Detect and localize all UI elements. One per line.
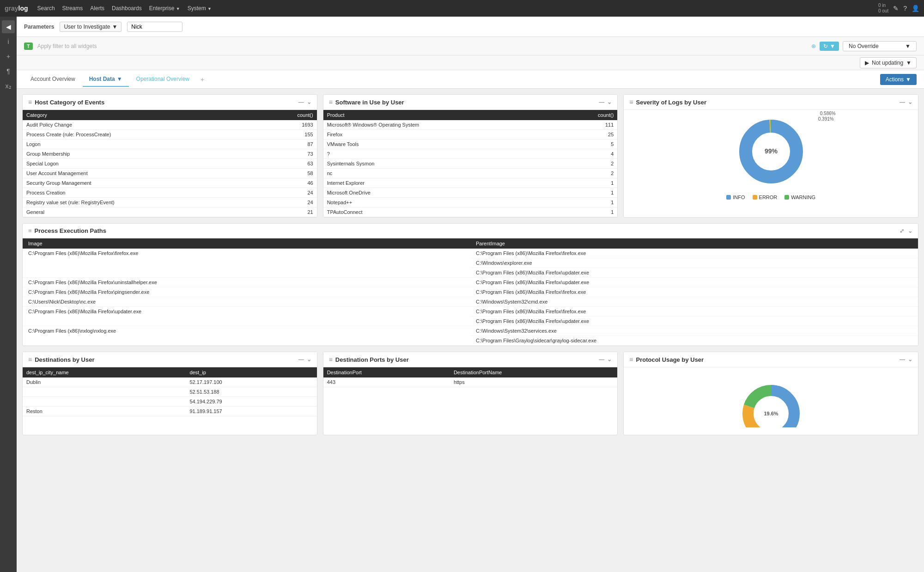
svg-text:99%: 99% [765,147,778,155]
count-cell: 25 [562,130,617,140]
nav-search[interactable]: Search [37,5,55,12]
table-row: C:\Program Files (x86)\nxlog\nxlog.exeC:… [23,326,918,336]
ip-cell: 52.51.53.188 [186,387,316,397]
tab-operational-overview[interactable]: Operational Overview [130,72,196,87]
user-icon[interactable]: 👤 [912,5,919,12]
nav-system[interactable]: System ▼ [188,5,212,12]
legend-info: INFO [726,195,745,200]
sidebar-add[interactable]: + [2,50,15,63]
count-cell: 1 [562,188,617,198]
protocol-pie-container: 19.6% [624,367,918,435]
actions-button[interactable]: Actions ▼ [880,74,917,85]
count-cell: 2 [562,159,617,169]
count-cell: 58 [259,169,317,178]
minimize-icon[interactable]: — [298,99,304,105]
tab-add-btn[interactable]: + [197,74,208,85]
ip-cell: 91.189.91.157 [186,407,316,416]
not-updating-row: ▶ Not updating ▼ [17,55,924,70]
process-table: Image ParentImage C:\Program Files (x86)… [23,238,918,346]
product-cell: Notepad++ [323,198,562,207]
process-section-header: ≡ Process Execution Paths ⤢ ⌄ [23,224,918,238]
table-row: General21 [23,207,317,217]
expand-icon[interactable]: ⌄ [908,356,912,363]
widget-software-header: ≡ Software in Use by User — ⌄ [323,95,618,110]
parent-cell: C:\Program Files (x86)\Mozilla Firefox\f… [470,307,918,316]
edit-icon[interactable]: ✎ [893,5,899,12]
help-icon[interactable]: ? [903,5,907,12]
table-row: User Account Management58 [23,169,317,178]
widget-software-actions[interactable]: — ⌄ [599,99,612,105]
software-table: Product count() Microsoft® Windows® Oper… [323,110,618,217]
protocol-donut-svg: 19.6% [739,372,803,427]
expand-icon[interactable]: ⌄ [607,356,612,363]
override-dropdown[interactable]: No Override ▼ [843,41,917,51]
category-cell: Registry value set (rule: RegistryEvent) [23,198,259,207]
nav-dashboards[interactable]: Dashboards [112,5,142,12]
expand-arrows-icon[interactable]: ⤢ [900,228,904,234]
parent-cell: C:\Program Files\Graylog\sidecar\graylog… [470,336,918,346]
widget-protocol-actions[interactable]: — ⌄ [900,356,912,363]
product-cell: TPAutoConnect [323,207,562,217]
warning-label: 0.391% [818,116,834,122]
sidebar-collapse[interactable]: ◀ [2,20,15,33]
category-cell: Process Create (rule: ProcessCreate) [23,130,259,140]
minimize-icon[interactable]: — [298,356,304,363]
process-header-actions[interactable]: ⤢ ⌄ [900,228,912,234]
count-cell: 1 [562,198,617,207]
user-dropdown[interactable]: User to Investigate ▼ [60,22,122,32]
dest-table: dest_ip_city_name dest_ip Dublin52.17.19… [23,367,317,416]
col-count: count() [259,110,317,120]
col-port-name: DestinationPortName [450,367,617,377]
not-updating-btn[interactable]: ▶ Not updating ▼ [860,57,917,68]
navbar-links: Search Streams Alerts Dashboards Enterpr… [37,5,212,12]
count-cell: 63 [259,159,317,169]
sidebar-info[interactable]: i [2,35,15,48]
table-row: Notepad++1 [323,198,618,207]
sidebar-variable[interactable]: x₂ [2,79,15,92]
collapse-icon[interactable]: ⌄ [908,228,912,234]
widget-severity-actions[interactable]: — ⌄ [900,99,912,105]
widget-ports-actions[interactable]: — ⌄ [599,356,612,363]
nav-alerts[interactable]: Alerts [90,5,104,12]
nav-enterprise[interactable]: Enterprise ▼ [149,5,180,12]
dashboard-grid-bottom: ≡ Destinations by User — ⌄ dest_ip_city_… [17,352,924,441]
widget-dest-actions[interactable]: — ⌄ [298,356,311,363]
table-row: Dublin52.17.197.100 [23,377,317,387]
category-cell: User Account Management [23,169,259,178]
filter-search-icon[interactable]: ⊕ [811,43,816,49]
user-input[interactable] [127,22,182,32]
widget-dest-header: ≡ Destinations by User — ⌄ [23,352,317,367]
widget-host-actions[interactable]: — ⌄ [298,99,311,105]
sidebar-paragraph[interactable]: ¶ [2,65,15,78]
tab-host-data[interactable]: Host Data ▼ [83,72,129,87]
image-cell: C:\Program Files (x86)\Mozilla Firefox\u… [23,278,470,287]
col-image: Image [23,238,470,249]
refresh-icon: ↻ [823,43,828,49]
count-cell: 111 [562,120,617,130]
product-cell: nc [323,169,562,178]
filter-bar: T Apply filter to all widgets ⊕ ↻ ▼ No O… [17,37,924,55]
table-row: 443https [323,377,618,387]
widget-dest-body: dest_ip_city_name dest_ip Dublin52.17.19… [23,367,317,416]
nav-streams[interactable]: Streams [62,5,83,12]
minimize-icon[interactable]: — [900,99,905,105]
filter-refresh-btn[interactable]: ↻ ▼ [820,42,839,51]
logo-log: log [18,5,28,12]
warning-dot [784,195,789,200]
tab-account-overview[interactable]: Account Overview [24,72,82,87]
widget-ports-header: ≡ Destination Ports by User — ⌄ [323,352,618,367]
count-cell: 87 [259,140,317,149]
col-category: Category [23,110,259,120]
parent-cell: C:\Program Files (x86)\Mozilla Firefox\f… [470,287,918,297]
expand-icon[interactable]: ⌄ [607,99,612,105]
widget-dest-icon: ≡ [28,356,32,363]
expand-icon[interactable]: ⌄ [307,99,311,105]
expand-icon[interactable]: ⌄ [307,356,311,363]
minimize-icon[interactable]: — [900,356,905,363]
minimize-icon[interactable]: — [599,356,604,363]
image-cell: C:\Program Files (x86)\Mozilla Firefox\f… [23,249,470,278]
expand-icon[interactable]: ⌄ [908,99,912,105]
category-cell: Logon [23,140,259,149]
count-cell: 1 [562,178,617,188]
minimize-icon[interactable]: — [599,99,604,105]
